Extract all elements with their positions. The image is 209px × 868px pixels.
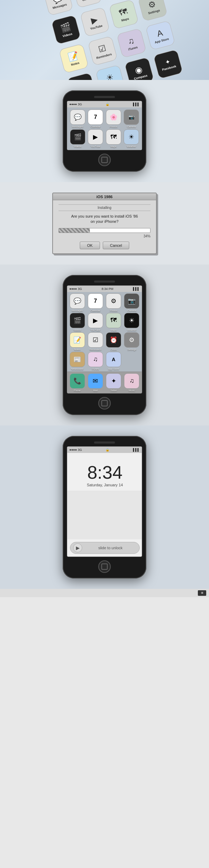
- app-phone[interactable]: 📞 Phone: [69, 373, 86, 392]
- messages-icon: 💬: [70, 109, 85, 125]
- angled-app-videos: 🎬 Videos: [51, 15, 81, 44]
- angled-app-messages: 💬 Messages: [43, 0, 73, 16]
- iphone-device-2: ●●●● 3G 8:34 PM ▌▌▌ 💬 Messages 7 Calenda…: [63, 275, 146, 415]
- app-grid-full: 💬 Messages 7 Calendar ⚙ Photos 📷 Camera: [67, 292, 142, 372]
- ok-button[interactable]: OK: [80, 242, 100, 249]
- app-photos[interactable]: 🌸 Photos: [105, 109, 122, 128]
- app-full-youtube[interactable]: ▶ YouTube: [87, 313, 104, 331]
- home-button-2[interactable]: [98, 397, 111, 409]
- app-calendar[interactable]: 7 Calendar: [87, 109, 104, 128]
- angled-app-photos: 🌅 Photos: [101, 0, 131, 0]
- iphone-speaker-2: [94, 281, 115, 283]
- app-full-settings[interactable]: ⚙ Settings: [123, 332, 140, 351]
- lock-icon: 🔒: [106, 103, 109, 106]
- youtube-icon: ▶: [88, 129, 103, 145]
- app-full-notes[interactable]: 📝 Notes: [69, 332, 86, 351]
- signal-indicator: ●●●● 3G: [69, 103, 82, 106]
- app-safari[interactable]: ✦ Safari: [105, 373, 122, 392]
- angled-app-clock: ⏰ Clock: [67, 72, 96, 80]
- home-button-1[interactable]: [98, 154, 111, 166]
- app-mail[interactable]: ✉ Mail: [87, 373, 104, 392]
- status-bar-3: ●●●● 3G 🔒 ▌▌▌: [67, 447, 142, 453]
- camera-label: Camera: [127, 125, 136, 128]
- dialog-titlebar: iOS 1986: [53, 193, 156, 200]
- app-youtube[interactable]: ▶ YouTube: [87, 129, 104, 148]
- full-youtube-icon: ▶: [88, 313, 103, 328]
- iphone-device-1: ●●●● 3G 🔒 ▌▌▌ 💬 Messages 7 Calendar 🌸 Ph…: [63, 90, 146, 172]
- photos-label: Photos: [110, 125, 117, 128]
- app-full-clock[interactable]: ⏰ Clock: [105, 332, 122, 351]
- cancel-button[interactable]: Cancel: [103, 242, 129, 249]
- app-camera[interactable]: 📷 Camera: [123, 109, 140, 128]
- full-maps-icon: 🗺: [106, 313, 121, 328]
- app-videos[interactable]: 🎬 Videos: [69, 129, 86, 148]
- section-phone-small: ●●●● 3G 🔒 ▌▌▌ 💬 Messages 7 Calendar 🌸 Ph…: [0, 80, 209, 182]
- angled-app-compass: ◉ Compass: [124, 57, 154, 80]
- app-full-reminders[interactable]: ☑ Reminders: [87, 332, 104, 351]
- app-full-maps[interactable]: 🗺 Maps: [105, 313, 122, 331]
- phone-icon: 📞: [70, 373, 85, 389]
- home-button-3[interactable]: [98, 560, 111, 573]
- dialog-title: iOS 1986: [96, 195, 113, 199]
- angled-app-maps: 🗺 Maps: [109, 0, 139, 29]
- videos-label: Videos: [74, 145, 81, 148]
- iphone-screen-1: ●●●● 3G 🔒 ▌▌▌ 💬 Messages 7 Calendar 🌸 Ph…: [67, 101, 142, 150]
- calendar-label: Calendar: [91, 125, 100, 128]
- iphone-device-3: ●●●● 3G 🔒 ▌▌▌ 8:34 Saturday, January 14 …: [63, 436, 146, 578]
- time-display-2: 8:34 PM: [102, 287, 114, 291]
- signal-indicator-2: ●●●● 3G: [69, 287, 82, 291]
- signal-indicator-3: ●●●● 3G: [69, 448, 82, 452]
- app-weather[interactable]: ☀ Weather: [123, 129, 140, 148]
- app-full-videos[interactable]: 🎬 Videos: [69, 313, 86, 331]
- dialog-body: Installing Are you sure you want to inst…: [53, 200, 156, 253]
- full-newsstand-icon: 📰: [70, 352, 85, 367]
- angled-app-grid: 💬 Messages 📅 Calendar 🌅 Photos ⚙ Camera …: [43, 0, 186, 80]
- youtube-label: YouTube: [91, 145, 100, 148]
- slide-text: slide to unlock: [84, 546, 137, 550]
- battery-indicator-2: ▌▌▌: [133, 287, 140, 291]
- app-full-photos[interactable]: ⚙ Photos: [105, 293, 122, 312]
- angled-app-settings: ⚙ Settings: [138, 0, 168, 22]
- iphone-speaker: [94, 96, 115, 98]
- watermark-badge: ⊞: [198, 590, 206, 596]
- angled-app-reminders: ☑ Reminders: [88, 36, 118, 66]
- app-full-itunes[interactable]: ♫ iTunes: [87, 352, 104, 370]
- lock-wallpaper: [67, 490, 142, 539]
- dialog-buttons: OK Cancel: [59, 242, 150, 249]
- app-full-newsstand[interactable]: 📰 Newsstand: [69, 352, 86, 370]
- watermark-area: ⊞: [0, 589, 209, 597]
- section-angled-phone: 💬 Messages 📅 Calendar 🌅 Photos ⚙ Camera …: [0, 0, 209, 80]
- slide-to-unlock[interactable]: ▶ slide to unlock: [70, 542, 140, 554]
- camera-icon: 📷: [124, 109, 139, 125]
- lock-date: Saturday, January 14: [67, 483, 142, 487]
- mail-icon: ✉: [88, 373, 103, 389]
- app-music[interactable]: ♫ Music: [123, 373, 140, 392]
- full-itunes-icon: ♫: [88, 352, 103, 367]
- dialog-section-label: Installing: [59, 204, 150, 211]
- app-messages[interactable]: 💬 Messages: [69, 109, 86, 128]
- full-photos-icon: ⚙: [106, 293, 121, 309]
- battery-indicator-3: ▌▌▌: [133, 448, 140, 452]
- full-messages-icon: 💬: [70, 293, 85, 309]
- app-full-weather[interactable]: ☀ Weather: [123, 313, 140, 331]
- maps-icon: 🗺: [106, 129, 121, 145]
- full-clock-icon: ⏰: [106, 332, 121, 348]
- angled-app-calendar: 📅 Calendar: [72, 0, 102, 8]
- full-empty-icon: [124, 352, 139, 367]
- install-dialog: iOS 1986 Installing Are you sure you wan…: [52, 193, 157, 254]
- angled-app-passbook: ✦ Passbook: [153, 49, 183, 79]
- status-bar-2: ●●●● 3G 8:34 PM ▌▌▌: [67, 286, 142, 292]
- app-maps[interactable]: 🗺 Maps: [105, 129, 122, 148]
- app-full-appstore[interactable]: A App Store: [105, 352, 122, 370]
- battery-indicator: ▌▌▌: [133, 103, 140, 106]
- app-full-camera[interactable]: 📷 Camera: [123, 293, 140, 312]
- full-camera-icon: 📷: [124, 293, 139, 309]
- calendar-icon: 7: [88, 109, 103, 125]
- app-full-messages[interactable]: 💬 Messages: [69, 293, 86, 312]
- angled-app-weather: ☀ Weather: [95, 65, 125, 80]
- app-full-calendar[interactable]: 7 Calendar: [87, 293, 104, 312]
- angled-app-youtube: ▶ YouTube: [80, 7, 110, 37]
- full-settings-icon: ⚙: [124, 332, 139, 348]
- app-grid-1: 💬 Messages 7 Calendar 🌸 Photos 📷 Camera …: [67, 107, 142, 150]
- dock-row: 📞 Phone ✉ Mail ✦ Safari ♫ Music: [67, 372, 142, 393]
